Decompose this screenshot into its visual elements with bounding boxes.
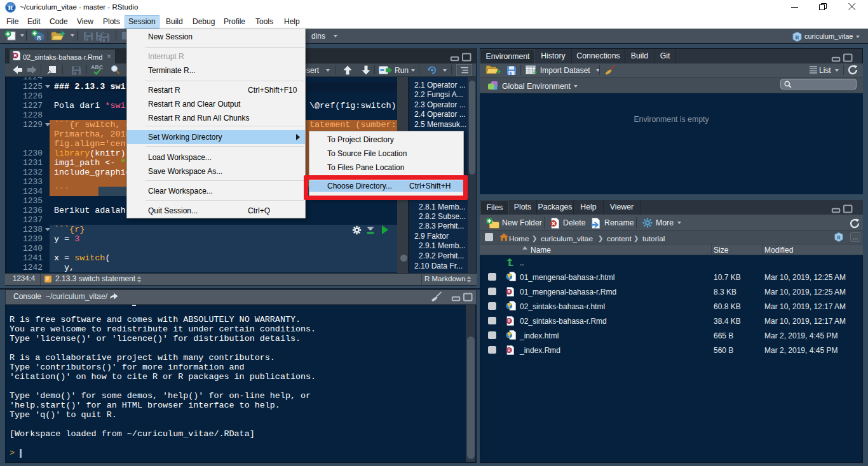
svg-text:R: R [508,318,511,323]
svg-text:R: R [508,289,511,293]
svg-text:R: R [795,34,799,41]
svg-text:R: R [14,53,17,58]
svg-text:R: R [37,34,41,41]
svg-text:R: R [8,4,14,11]
svg-text:R: R [837,235,841,241]
svg-text:R: R [508,347,511,352]
